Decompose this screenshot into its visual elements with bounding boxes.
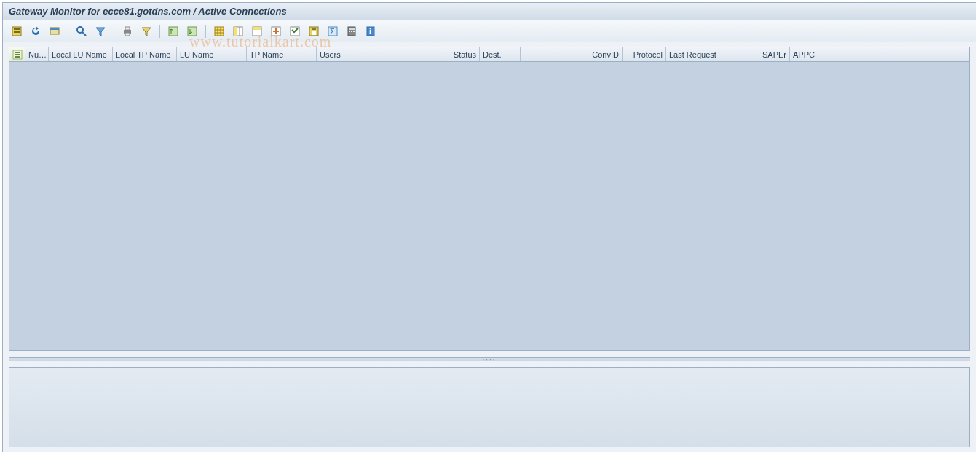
col-label: Local LU Name [52, 50, 107, 59]
col-header-dest[interactable]: Dest. [480, 47, 521, 61]
toolbar-sep [205, 25, 206, 38]
select-layout-icon[interactable] [287, 24, 303, 39]
col-label: Protocol [633, 50, 663, 59]
app-window: Gateway Monitor for ecce81.gotdns.com / … [2, 2, 976, 452]
export-icon[interactable] [138, 24, 154, 39]
col-label: Last Request [669, 50, 716, 59]
svg-rect-39 [15, 54, 20, 55]
col-label: Status [454, 50, 476, 59]
toolbar-sep [159, 25, 160, 38]
svg-rect-27 [312, 28, 316, 30]
svg-rect-26 [312, 31, 316, 35]
col-label: SAPEr [762, 50, 786, 59]
lower-pane [9, 367, 970, 447]
col-header-lu[interactable]: LU Name [177, 47, 247, 61]
grid-body[interactable] [9, 62, 969, 350]
details-icon[interactable] [9, 24, 25, 39]
refresh-icon[interactable] [28, 24, 44, 39]
col-header-convid[interactable]: ConvID [521, 47, 623, 61]
svg-rect-2 [14, 31, 20, 33]
content-area: Nu… Local LU Name Local TP Name LU Name … [3, 42, 976, 452]
svg-rect-1 [14, 28, 20, 30]
svg-text:i: i [369, 27, 371, 36]
svg-rect-40 [15, 56, 20, 58]
select-all-icon[interactable] [9, 47, 25, 61]
col-label: APPC [793, 50, 815, 59]
grid-icon[interactable] [211, 24, 227, 39]
print-icon[interactable] [119, 24, 135, 39]
svg-rect-8 [125, 27, 130, 30]
col-header-tp[interactable]: TP Name [247, 47, 317, 61]
svg-rect-38 [15, 52, 20, 53]
svg-rect-4 [50, 28, 59, 30]
col-label: LU Name [180, 50, 213, 59]
svg-line-6 [82, 32, 86, 36]
grid-frame: Nu… Local LU Name Local TP Name LU Name … [9, 47, 970, 351]
columns-icon[interactable] [230, 24, 246, 39]
col-label: ConvID [592, 50, 619, 59]
svg-rect-33 [351, 31, 352, 32]
toolbar-sep [114, 25, 114, 38]
grid-header-row: Nu… Local LU Name Local TP Name LU Name … [9, 47, 969, 62]
toolbar: Σ i [3, 20, 976, 42]
find-icon[interactable] [74, 24, 90, 39]
col-header-users[interactable]: Users [317, 47, 440, 61]
col-header-last-request[interactable]: Last Request [666, 47, 759, 61]
col-label: Nu… [28, 50, 47, 59]
info-icon[interactable]: i [363, 24, 379, 39]
save-layout-icon[interactable] [306, 24, 322, 39]
svg-rect-20 [234, 27, 237, 36]
svg-rect-31 [349, 28, 355, 30]
svg-text:Σ: Σ [330, 27, 335, 36]
page-title: Gateway Monitor for ecce81.gotdns.com / … [9, 6, 287, 17]
col-header-status[interactable]: Status [440, 47, 480, 61]
sum-icon[interactable]: Σ [325, 24, 341, 39]
splitter-handle[interactable] [9, 357, 970, 361]
title-bar: Gateway Monitor for ecce81.gotdns.com / … [3, 3, 976, 20]
svg-rect-9 [125, 33, 130, 36]
svg-rect-11 [188, 27, 197, 36]
calc-icon[interactable] [344, 24, 360, 39]
col-label: Dest. [483, 50, 502, 59]
svg-rect-34 [353, 31, 355, 32]
col-header-local-lu[interactable]: Local LU Name [49, 47, 113, 61]
col-header-appc[interactable]: APPC [790, 47, 834, 61]
col-label: TP Name [250, 50, 283, 59]
col-label: Local TP Name [116, 50, 170, 59]
change-layout-icon[interactable] [268, 24, 284, 39]
col-header-number[interactable]: Nu… [25, 47, 49, 61]
svg-rect-32 [349, 31, 350, 32]
layout-icon[interactable] [249, 24, 265, 39]
sort-desc-icon[interactable] [184, 24, 200, 39]
display-icon[interactable] [47, 24, 63, 39]
sort-asc-icon[interactable] [165, 24, 181, 39]
toolbar-sep [68, 25, 68, 38]
col-header-local-tp[interactable]: Local TP Name [113, 47, 177, 61]
svg-rect-10 [169, 27, 178, 36]
svg-point-5 [77, 27, 83, 33]
filter-icon[interactable] [92, 24, 108, 39]
svg-rect-22 [253, 27, 261, 30]
col-header-saper[interactable]: SAPEr [759, 47, 790, 61]
col-header-protocol[interactable]: Protocol [623, 47, 666, 61]
col-label: Users [320, 50, 341, 59]
svg-rect-12 [215, 27, 224, 36]
